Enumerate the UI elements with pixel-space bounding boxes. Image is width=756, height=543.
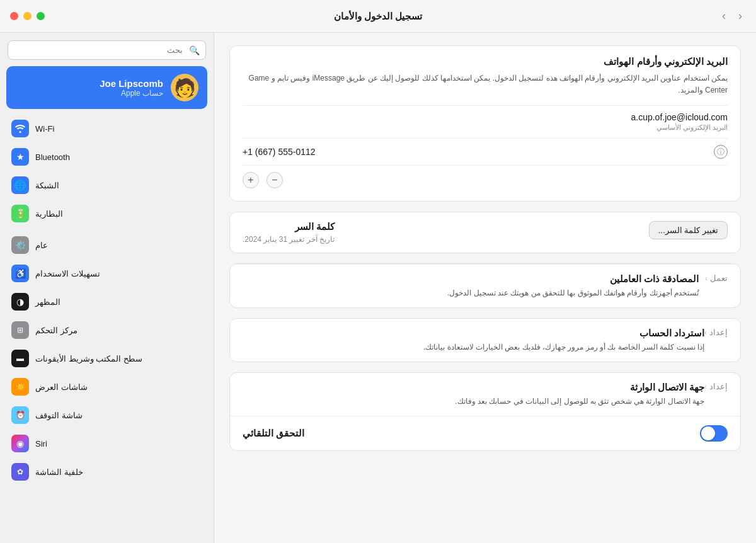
sidebar-item-desktop[interactable]: سطح المكتب وشريط الأيقونات ▬ [4, 345, 210, 372]
toggle-knob [701, 426, 715, 440]
legacy-card: إعداد › جهة الاتصال الوارثة جهة الاتصال … [229, 372, 741, 451]
email-entry: a.cup.of.joe@icloud.com البريد الإلكترون… [243, 105, 728, 138]
screensavers-icon: ☀️ [11, 378, 29, 396]
password-info: كلمة السر تاريخ آخر تغيير 31 يناير 2024. [243, 221, 335, 244]
recovery-card: إعداد › استرداد الحساب إذا نسيت كلمة الس… [229, 318, 741, 362]
wallpaper-icon: ✿ [11, 463, 29, 481]
sidebar: 🔍 Joe Lipscomb حساب Apple 🧑 Wi-Fi [0, 33, 214, 543]
screensaver-icon: ⏰ [11, 406, 29, 424]
legacy-chevron-icon: › [704, 382, 707, 391]
email-section-description: يمكن استخدام عناوين البريد الإلكتروني وأ… [243, 72, 728, 96]
email-section-title: البريد الإلكتروني وأرقام الهواتف [243, 56, 728, 67]
siri-icon: ◉ [11, 435, 29, 452]
window-controls [10, 12, 45, 20]
password-title: كلمة السر [243, 221, 335, 232]
twofactor-description: تُستخدم أجهزتك وأرقام هواتفك الموثوق بها… [243, 287, 699, 299]
profile-subtitle: حساب Apple [100, 89, 163, 98]
avatar: 🧑 [171, 74, 198, 101]
recovery-description: إذا نسيت كلمة السر الخاصة بك أو رمز مرور… [243, 341, 704, 353]
back-button[interactable]: ‹ [718, 8, 730, 24]
autologin-toggle[interactable] [700, 425, 728, 442]
sidebar-item-wallpaper[interactable]: خلفية الشاشة ✿ [4, 458, 210, 486]
sidebar-section-network: Wi-Fi Bluetooth ★ الشبكة 🌐 البطارية 🔋 [0, 113, 214, 229]
twofactor-card: تعمل › المصادقة ذات العاملين تُستخدم أجه… [229, 263, 741, 308]
sidebar-section-system: عام ⚙️ تسهيلات الاستخدام ♿ المظهر ◑ مركز… [0, 229, 214, 488]
wifi-icon [11, 120, 29, 137]
legacy-setup-button[interactable]: إعداد › [704, 382, 728, 391]
sidebar-item-wifi[interactable]: Wi-Fi [4, 115, 210, 142]
remove-button[interactable]: − [266, 172, 283, 188]
sidebar-item-network[interactable]: الشبكة 🌐 [4, 171, 210, 199]
email-label: البريد الإلكتروني الأساسي [243, 123, 728, 132]
autologin-title: التحقق التلقائي [243, 428, 304, 439]
change-password-button[interactable]: تغيير كلمة السر... [649, 221, 728, 239]
email-value: a.cup.of.joe@icloud.com [243, 112, 728, 122]
close-button[interactable] [10, 12, 18, 20]
general-icon: ⚙️ [11, 236, 29, 254]
sidebar-item-label-wifi: Wi-Fi [35, 124, 54, 134]
phone-row: ⓘ +1 (667) 555-0112 [243, 138, 728, 165]
recovery-setup-button[interactable]: إعداد › [704, 328, 728, 337]
twofactor-section[interactable]: تعمل › المصادقة ذات العاملين تُستخدم أجه… [230, 264, 740, 307]
display-icon: ◑ [11, 293, 29, 311]
add-button[interactable]: + [243, 172, 259, 188]
profile-name: Joe Lipscomb [100, 78, 163, 89]
sidebar-item-label-battery: البطارية [35, 209, 63, 219]
profile-text: Joe Lipscomb حساب Apple [100, 78, 163, 98]
password-subtitle: تاريخ آخر تغيير 31 يناير 2024. [243, 235, 335, 244]
email-section: البريد الإلكتروني وأرقام الهواتف يمكن اس… [230, 46, 740, 201]
sidebar-item-label-siri: Siri [35, 439, 47, 449]
twofactor-info: المصادقة ذات العاملين تُستخدم أجهزتك وأر… [243, 273, 699, 299]
battery-icon: 🔋 [11, 205, 29, 222]
twofactor-status: تعمل › [705, 273, 728, 283]
maximize-button[interactable] [37, 12, 45, 20]
password-row: تغيير كلمة السر... كلمة السر تاريخ آخر ت… [230, 212, 740, 253]
sidebar-item-label-screensaver: شاشة التوقف [35, 411, 83, 420]
recovery-chevron-icon: › [704, 328, 707, 337]
sidebar-item-label-display: المظهر [35, 297, 60, 307]
phone-value: +1 (667) 555-0112 [243, 147, 316, 157]
sidebar-item-screensavers[interactable]: شاشات العرض ☀️ [4, 373, 210, 401]
sidebar-item-display[interactable]: المظهر ◑ [4, 288, 210, 316]
legacy-description: جهة الاتصال الوارثة هي شخص تثق به للوصول… [243, 396, 704, 407]
twofactor-title: المصادقة ذات العاملين [243, 273, 699, 285]
search-icon: 🔍 [189, 45, 200, 55]
info-icon[interactable]: ⓘ [714, 145, 728, 159]
sidebar-item-label-wallpaper: خلفية الشاشة [35, 467, 83, 477]
navigation-buttons: ‹ › [718, 8, 746, 24]
autologin-section: التحقق التلقائي [230, 416, 740, 450]
main-content: 🔍 Joe Lipscomb حساب Apple 🧑 Wi-Fi [0, 33, 756, 543]
sidebar-item-label-accessibility: تسهيلات الاستخدام [35, 269, 100, 278]
sidebar-item-screensaver[interactable]: شاشة التوقف ⏰ [4, 401, 210, 429]
sidebar-item-label-controlcenter: مركز التحكم [35, 326, 77, 335]
search-input[interactable] [8, 40, 206, 60]
chevron-icon: › [705, 274, 707, 283]
desktop-icon: ▬ [11, 350, 29, 367]
controlcenter-icon: ⊞ [11, 321, 29, 339]
window-title: تسجيل الدخول والأمان [334, 11, 422, 22]
network-icon: 🌐 [11, 176, 29, 194]
forward-button[interactable]: › [735, 8, 746, 24]
sidebar-item-label-bluetooth: Bluetooth [35, 152, 70, 162]
add-row: − + [243, 165, 728, 191]
accessibility-icon: ♿ [11, 265, 29, 282]
sidebar-item-label-screensavers: شاشات العرض [35, 382, 88, 392]
recovery-section[interactable]: إعداد › استرداد الحساب إذا نسيت كلمة الس… [230, 319, 740, 362]
sidebar-item-siri[interactable]: Siri ◉ [4, 430, 210, 457]
content-area: البريد الإلكتروني وأرقام الهواتف يمكن اس… [214, 33, 756, 543]
email-card: البريد الإلكتروني وأرقام الهواتف يمكن اس… [229, 45, 741, 202]
sidebar-item-label-desktop: سطح المكتب وشريط الأيقونات [35, 354, 142, 363]
sidebar-item-general[interactable]: عام ⚙️ [4, 231, 210, 259]
profile-card[interactable]: Joe Lipscomb حساب Apple 🧑 [6, 66, 207, 109]
sidebar-item-label-network: الشبكة [35, 181, 59, 190]
titlebar: تسجيل الدخول والأمان ‹ › [0, 0, 756, 33]
legacy-title: جهة الاتصال الوارثة [243, 382, 704, 393]
bluetooth-icon: ★ [11, 148, 29, 166]
legacy-info: جهة الاتصال الوارثة جهة الاتصال الوارثة … [243, 382, 704, 407]
sidebar-item-battery[interactable]: البطارية 🔋 [4, 200, 210, 227]
minimize-button[interactable] [23, 12, 32, 20]
sidebar-item-controlcenter[interactable]: مركز التحكم ⊞ [4, 316, 210, 344]
sidebar-item-accessibility[interactable]: تسهيلات الاستخدام ♿ [4, 260, 210, 287]
legacy-section[interactable]: إعداد › جهة الاتصال الوارثة جهة الاتصال … [230, 373, 740, 416]
sidebar-item-bluetooth[interactable]: Bluetooth ★ [4, 143, 210, 171]
